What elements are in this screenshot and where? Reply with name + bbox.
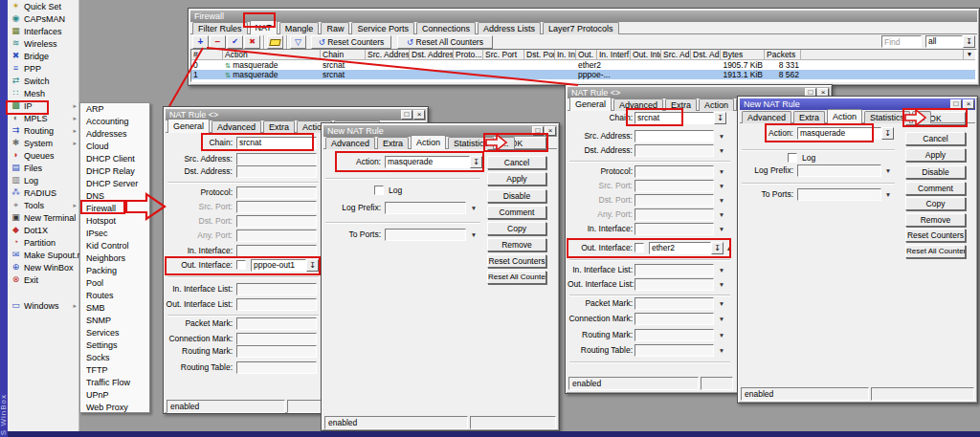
tab-more[interactable]: ...: [496, 137, 515, 149]
submenu-item-dns[interactable]: DNS: [80, 190, 149, 203]
combo-arrow-icon[interactable]: ▼: [717, 329, 726, 341]
column-header[interactable]: Proto...: [454, 50, 483, 59]
sidebar-item-switch[interactable]: ⇄Switch: [8, 75, 78, 87]
sidebar-item-log[interactable]: ▥Log: [8, 174, 78, 186]
sidebar-item-capsman[interactable]: ◉CAPsMAN: [8, 12, 78, 25]
out-interface-not-checkbox[interactable]: [635, 243, 644, 252]
src-address-input[interactable]: [635, 130, 714, 142]
sidebar-item-new-winbox[interactable]: ⊕New WinBox: [8, 261, 78, 273]
column-header[interactable]: Packets: [765, 50, 801, 59]
tab-layer7-protocols[interactable]: Layer7 Protocols: [543, 22, 619, 34]
submenu-item-packing[interactable]: Packing: [80, 265, 149, 277]
combo-arrow-icon[interactable]: ▼: [717, 144, 726, 157]
submenu-item-arp[interactable]: ARP: [80, 103, 149, 116]
out-interface-not-checkbox[interactable]: [236, 260, 246, 270]
column-header[interactable]: #: [191, 50, 223, 59]
enable-rule-button[interactable]: ✔: [227, 35, 243, 49]
routing-mark-input[interactable]: [635, 329, 714, 341]
protocol-input[interactable]: [236, 186, 317, 199]
remove-button[interactable]: Remove: [487, 238, 546, 251]
submenu-item-hotspot[interactable]: Hotspot: [80, 215, 149, 228]
action-input[interactable]: masquerade: [797, 127, 881, 140]
log-prefix-input[interactable]: [385, 202, 466, 214]
column-header[interactable]: Dst. Port: [524, 50, 555, 59]
comment-button[interactable]: [267, 35, 283, 49]
combo-arrow-icon[interactable]: ▼: [717, 313, 726, 325]
action-dropdown-icon[interactable]: ↧: [470, 156, 482, 168]
dst-address-input[interactable]: [635, 144, 714, 157]
sidebar-item-bridge[interactable]: ✖Bridge: [8, 50, 78, 62]
connection-mark-input[interactable]: [635, 313, 714, 325]
out-interface-input[interactable]: pppoe-out1: [251, 259, 306, 272]
connection-mark-input[interactable]: [236, 333, 317, 345]
submenu-item-accounting[interactable]: Accounting: [80, 116, 149, 128]
submenu-item-pool[interactable]: Pool: [80, 277, 149, 290]
tab-service-ports[interactable]: Service Ports: [351, 22, 414, 34]
chain-input[interactable]: srcnat: [236, 137, 317, 149]
protocol-input[interactable]: [635, 165, 714, 178]
sidebar-item-ppp[interactable]: ≡PPP: [8, 62, 78, 75]
comment-button[interactable]: Comment: [905, 182, 966, 195]
tab-raw[interactable]: Raw: [321, 22, 349, 34]
find-input[interactable]: [881, 35, 922, 48]
in-interface-list-input[interactable]: [635, 264, 714, 276]
reset-counters-button[interactable]: Reset Counters: [905, 229, 966, 242]
sidebar-item-interfaces[interactable]: ▦Interfaces: [8, 25, 78, 37]
tab-action[interactable]: Action: [699, 98, 734, 111]
sidebar-item-files[interactable]: ▤Files: [8, 162, 78, 174]
column-header[interactable]: Bytes: [721, 50, 765, 59]
maximize-icon[interactable]: □: [401, 110, 412, 120]
submenu-item-ipsec[interactable]: IPsec: [80, 228, 149, 240]
sidebar-item-windows[interactable]: ▭Windows▸: [8, 299, 78, 312]
column-header[interactable]: Chain: [321, 50, 366, 59]
out-interface-list-input[interactable]: [635, 278, 714, 291]
filter-scope-dropdown-icon[interactable]: ↧: [963, 35, 975, 48]
column-header[interactable]: Src. Address: [366, 50, 410, 59]
submenu-item-firewall[interactable]: Firewall: [80, 203, 149, 215]
log-checkbox[interactable]: [374, 186, 384, 195]
tab-advanced[interactable]: Advanced: [613, 98, 663, 111]
add-rule-button[interactable]: +: [192, 35, 209, 49]
packet-mark-input[interactable]: [236, 317, 317, 330]
combo-arrow-icon[interactable]: ▼: [717, 223, 726, 235]
column-header[interactable]: Action: [223, 50, 321, 59]
tab-advanced[interactable]: Advanced: [742, 111, 791, 123]
remove-rule-button[interactable]: −: [210, 35, 226, 49]
submenu-item-kid-control[interactable]: Kid Control: [80, 240, 149, 252]
submenu-item-dhcp-relay[interactable]: DHCP Relay: [80, 165, 149, 178]
tab-general[interactable]: General: [569, 97, 612, 111]
collapse-up-icon[interactable]: ▲: [724, 242, 734, 254]
tab-filter-rules[interactable]: Filter Rules: [192, 22, 248, 34]
reset-counters-button[interactable]: Reset Counters: [487, 254, 546, 268]
reset-all-counters-button[interactable]: ↺ Reset All Counters: [397, 35, 493, 49]
sidebar-item-dot1x[interactable]: ◆Dot1X: [8, 224, 78, 236]
tab-statistics[interactable]: Statistics: [448, 137, 494, 149]
disable-button[interactable]: Disable: [487, 189, 546, 203]
filter-scope-select[interactable]: all: [925, 35, 963, 48]
copy-button[interactable]: Copy: [487, 222, 546, 235]
tab-address-lists[interactable]: Address Lists: [478, 22, 541, 34]
tab-extra[interactable]: Extra: [665, 98, 697, 111]
log-checkbox[interactable]: [788, 153, 797, 163]
to-ports-input[interactable]: [797, 188, 881, 201]
submenu-item-smb[interactable]: SMB: [80, 302, 149, 315]
column-header[interactable]: In. Interf...: [597, 50, 631, 59]
combo-arrow-icon[interactable]: ▼: [717, 278, 726, 291]
column-header[interactable]: Src. Port: [483, 50, 524, 59]
dst-address-input[interactable]: [236, 165, 317, 178]
column-header[interactable]: Src. Ad...: [661, 50, 691, 59]
sidebar-item-mpls[interactable]: ◐MPLS▸: [8, 112, 78, 124]
reset-counters-button[interactable]: ↺ Reset Counters: [311, 35, 391, 49]
submenu-item-traffic-flow[interactable]: Traffic Flow: [80, 377, 149, 389]
disable-rule-button[interactable]: ✖: [244, 35, 260, 49]
submenu-item-dhcp-client[interactable]: DHCP Client: [80, 153, 149, 165]
filter-button[interactable]: ▽: [290, 35, 306, 49]
cancel-button[interactable]: Cancel: [905, 132, 966, 145]
sort-icon[interactable]: ▼: [964, 50, 975, 59]
column-header[interactable]: Out. Inte...: [631, 50, 661, 59]
combo-arrow-icon[interactable]: ▼: [717, 165, 726, 178]
submenu-item-dhcp-server[interactable]: DHCP Server: [80, 178, 149, 190]
sidebar-item-quick-set[interactable]: ✶Quick Set: [8, 0, 78, 12]
sidebar-item-wireless[interactable]: ≋Wireless: [8, 37, 78, 50]
sidebar-item-partition[interactable]: ◔Partition: [8, 236, 78, 249]
